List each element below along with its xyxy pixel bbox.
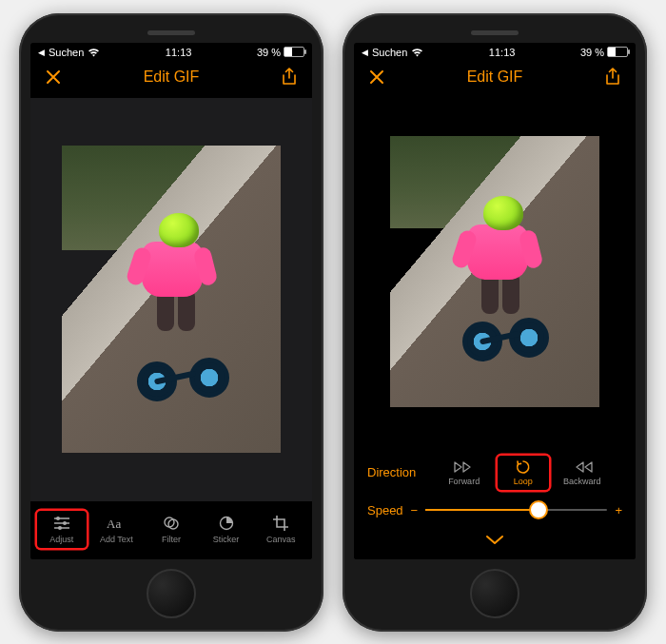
- speed-row: Speed − +: [367, 503, 622, 517]
- phone-speaker: [471, 30, 519, 35]
- toolbar-canvas[interactable]: Canvas: [256, 511, 305, 548]
- toolbar-filter[interactable]: Filter: [147, 511, 196, 548]
- toolbar-add-text[interactable]: Aa Add Text: [91, 511, 141, 548]
- status-bar: ◀ Suchen 11:13 39 %: [354, 43, 636, 60]
- speed-label: Speed: [367, 503, 403, 517]
- speed-slider-wrap: − +: [411, 503, 622, 517]
- toolbar-sticker[interactable]: Sticker: [202, 511, 251, 548]
- back-app-label: Suchen: [372, 47, 407, 58]
- toolbar-label: Sticker: [213, 535, 240, 544]
- nav-bar: Edit GIF: [30, 60, 312, 94]
- battery-icon: [284, 47, 304, 57]
- gif-preview-area[interactable]: [30, 98, 312, 501]
- collapse-controls[interactable]: [367, 531, 622, 556]
- toolbar-adjust[interactable]: Adjust: [37, 511, 87, 548]
- phone-speaker: [147, 30, 195, 35]
- loop-icon: [516, 459, 531, 475]
- toolbar-label: Add Text: [100, 535, 133, 544]
- status-right: 39 %: [580, 47, 628, 58]
- direction-option-label: Loop: [514, 477, 533, 486]
- svg-point-0: [56, 517, 60, 520]
- screen-right: ◀ Suchen 11:13 39 % Edit GIF: [354, 43, 636, 559]
- direction-option-label: Backward: [563, 477, 601, 486]
- status-bar-back[interactable]: ◀ Suchen: [38, 47, 100, 58]
- phone-frame-right: ◀ Suchen 11:13 39 % Edit GIF: [343, 13, 647, 632]
- back-app-label: Suchen: [49, 47, 84, 58]
- direction-backward[interactable]: Backward: [557, 456, 608, 490]
- svg-text:Aa: Aa: [107, 517, 121, 531]
- page-title: Edit GIF: [467, 68, 523, 86]
- speed-decrease[interactable]: −: [411, 503, 419, 517]
- speed-increase[interactable]: +: [615, 503, 622, 517]
- home-button[interactable]: [147, 569, 196, 618]
- forward-icon: [454, 459, 475, 475]
- text-icon: Aa: [107, 515, 126, 532]
- wifi-icon: [88, 48, 100, 57]
- backward-icon: [572, 459, 593, 475]
- gif-preview: [62, 146, 282, 453]
- status-right: 39 %: [257, 47, 304, 58]
- sticker-icon: [219, 515, 234, 532]
- nav-bar: Edit GIF: [354, 60, 636, 94]
- speed-slider[interactable]: [425, 509, 607, 511]
- toolbar-label: Adjust: [49, 535, 73, 544]
- bottom-toolbar: Adjust Aa Add Text Filter Sticker: [30, 501, 312, 559]
- back-triangle-icon: ◀: [362, 48, 368, 57]
- chevron-down-icon: [484, 533, 505, 549]
- direction-forward[interactable]: Forward: [439, 456, 490, 490]
- gif-preview-area[interactable]: [354, 98, 636, 446]
- direction-label: Direction: [367, 465, 416, 479]
- sliders-icon: [53, 515, 70, 532]
- slider-thumb[interactable]: [529, 500, 548, 519]
- status-bar: ◀ Suchen 11:13 39 %: [30, 43, 312, 60]
- battery-percent: 39 %: [580, 47, 604, 58]
- svg-point-2: [58, 526, 62, 530]
- share-button[interactable]: [280, 68, 299, 87]
- share-button[interactable]: [603, 68, 622, 87]
- direction-loop[interactable]: Loop: [498, 456, 549, 490]
- phone-frame-left: ◀ Suchen 11:13 39 % Edit GIF: [19, 13, 323, 632]
- wifi-icon: [411, 48, 423, 57]
- direction-options: Forward Loop Backward: [423, 456, 622, 490]
- status-time: 11:13: [489, 47, 516, 58]
- status-time: 11:13: [166, 47, 192, 58]
- battery-icon: [607, 47, 628, 57]
- status-bar-back[interactable]: ◀ Suchen: [362, 47, 423, 58]
- gif-preview: [390, 136, 598, 407]
- screen-left: ◀ Suchen 11:13 39 % Edit GIF: [30, 43, 312, 559]
- direction-option-label: Forward: [448, 477, 480, 486]
- toolbar-label: Filter: [162, 535, 181, 544]
- back-triangle-icon: ◀: [38, 48, 45, 57]
- direction-row: Direction Forward Loop: [367, 456, 622, 490]
- close-button[interactable]: [367, 68, 386, 87]
- toolbar-label: Canvas: [266, 535, 296, 544]
- svg-point-1: [63, 521, 67, 525]
- filter-icon: [163, 515, 180, 532]
- battery-percent: 39 %: [257, 47, 281, 58]
- adjust-controls: Direction Forward Loop: [354, 446, 636, 559]
- home-button[interactable]: [470, 569, 519, 618]
- crop-icon: [273, 515, 288, 532]
- page-title: Edit GIF: [144, 68, 200, 86]
- close-button[interactable]: [44, 68, 63, 87]
- slider-fill: [425, 509, 539, 511]
